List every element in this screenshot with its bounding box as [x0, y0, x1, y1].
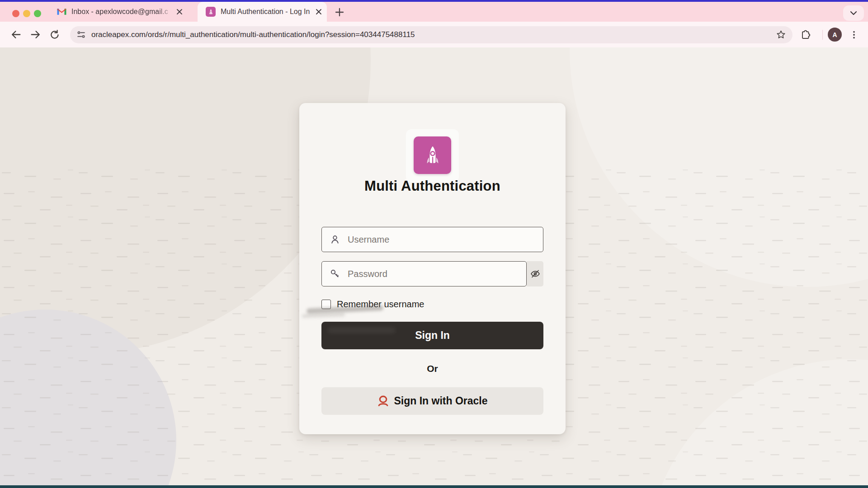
tab-strip: Inbox - apexlowcode@gmail.c Multi Authen…	[0, 2, 868, 22]
gmail-icon	[57, 8, 66, 15]
tab-close-icon[interactable]	[313, 6, 325, 18]
browser-window: Inbox - apexlowcode@gmail.c Multi Authen…	[0, 0, 868, 488]
tab-search-chevron-button[interactable]	[843, 5, 864, 21]
bookmark-star-icon[interactable]	[776, 29, 786, 40]
tab-title: Multi Authentication - Log In	[221, 8, 313, 16]
back-button[interactable]	[8, 27, 24, 42]
rocket-app-tile	[414, 136, 451, 174]
eye-slash-icon	[530, 268, 541, 279]
tab-multi-authentication[interactable]: Multi Authentication - Log In	[198, 2, 327, 22]
avatar-letter: A	[832, 31, 837, 38]
cursor-smudge-artifact	[307, 305, 383, 314]
tab-close-icon[interactable]	[174, 6, 185, 18]
sign-in-button[interactable]: Sign In	[321, 322, 543, 349]
button-smear-artifact	[328, 327, 396, 333]
toolbar-separator	[822, 30, 823, 40]
password-field-group	[321, 261, 543, 286]
site-info-tune-icon[interactable]	[76, 30, 86, 39]
new-tab-button[interactable]	[333, 6, 345, 18]
macos-maximize-button[interactable]	[34, 10, 41, 17]
window-bottom-accent	[0, 485, 868, 488]
page-title: Multi Authentication	[299, 178, 566, 194]
login-card: Multi Authentication	[299, 103, 566, 434]
profile-avatar[interactable]: A	[828, 28, 842, 42]
rocket-app-icon	[206, 7, 216, 17]
password-visibility-toggle[interactable]	[527, 261, 543, 286]
oracle-person-icon	[377, 395, 389, 407]
password-input[interactable]	[321, 261, 527, 286]
macos-close-button[interactable]	[12, 10, 19, 17]
rocket-icon	[421, 144, 444, 167]
reload-button[interactable]	[47, 27, 62, 42]
chevron-down-icon	[850, 11, 857, 15]
browser-menu-button[interactable]	[846, 27, 862, 42]
or-divider-label: Or	[299, 363, 566, 374]
url-text[interactable]: oracleapex.com/ords/r/multi_authenticati…	[91, 30, 776, 39]
forward-button[interactable]	[28, 27, 43, 42]
tab-title: Inbox - apexlowcode@gmail.c	[71, 8, 174, 16]
username-field-group	[321, 227, 543, 252]
address-bar[interactable]: oracleapex.com/ords/r/multi_authenticati…	[70, 26, 793, 43]
sign-in-with-oracle-button[interactable]: Sign In with Oracle	[321, 387, 543, 415]
macos-minimize-button[interactable]	[23, 10, 30, 17]
page-content: Multi Authentication	[0, 47, 868, 485]
username-input[interactable]	[321, 227, 543, 252]
extensions-button[interactable]	[798, 27, 813, 42]
sign-in-label: Sign In	[415, 329, 450, 341]
tab-gmail[interactable]: Inbox - apexlowcode@gmail.c	[48, 2, 197, 22]
toolbar-right-cluster: A	[798, 27, 862, 42]
browser-toolbar: oracleapex.com/ords/r/multi_authenticati…	[0, 22, 868, 47]
oracle-button-label: Sign In with Oracle	[394, 395, 487, 407]
